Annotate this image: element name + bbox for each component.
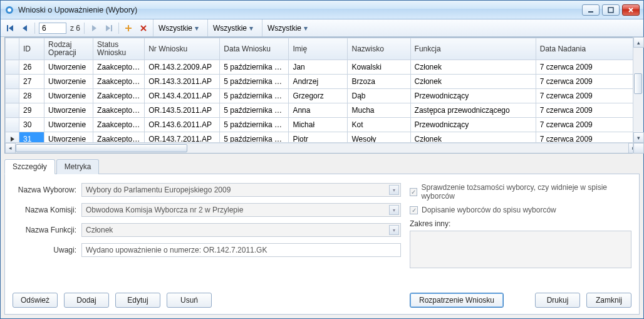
table-cell[interactable]: Utworzenie — [44, 103, 93, 118]
table-cell[interactable]: Kot — [348, 118, 410, 132]
table-cell[interactable]: 26 — [19, 60, 44, 75]
table-cell[interactable] — [6, 118, 19, 132]
table-row[interactable]: 30UtworzenieZaakceptow...OR.143.6.2011.A… — [6, 118, 639, 132]
table-row[interactable]: 26UtworzenieZaakceptow...OR.143.2.2009.A… — [6, 60, 639, 75]
table-cell[interactable]: Przewodniczący — [410, 118, 536, 132]
table-cell[interactable]: 5 października 2011 — [220, 60, 289, 75]
usun-button[interactable]: Usuń — [167, 293, 212, 308]
data-grid[interactable]: ID Rodzaj Operacji Status Wniosku Nr Wni… — [4, 37, 640, 154]
col-funkcja[interactable]: Funkcja — [410, 38, 536, 60]
table-cell[interactable]: Brzoza — [348, 75, 410, 89]
filter-1-dropdown[interactable]: Wszystkie ▾ — [153, 19, 204, 36]
table-cell[interactable]: Członek — [410, 60, 536, 75]
table-cell[interactable]: 7 czerwca 2009 — [536, 89, 638, 103]
table-cell[interactable]: 7 czerwca 2009 — [536, 132, 638, 142]
tab-szczegoly[interactable]: Szczegóły — [4, 159, 55, 174]
table-cell[interactable]: 7 czerwca 2009 — [536, 118, 638, 132]
scroll-down-icon[interactable]: ▾ — [633, 132, 644, 143]
dodaj-button[interactable]: Dodaj — [64, 293, 109, 308]
table-cell[interactable]: OR.143.7.2011.AP — [145, 132, 220, 142]
drukuj-button[interactable]: Drukuj — [535, 293, 580, 308]
col-status[interactable]: Status Wniosku — [93, 38, 145, 60]
table-cell[interactable]: 5 października 2011 — [220, 103, 289, 118]
table-row[interactable]: 27UtworzenieZaakceptow...OR.143.3.2011.A… — [6, 75, 639, 89]
table-cell[interactable]: Anna — [289, 103, 348, 118]
table-cell[interactable]: Dąb — [348, 89, 410, 103]
nav-next-icon[interactable] — [88, 23, 100, 34]
table-cell[interactable]: 5 października 2011 — [220, 89, 289, 103]
table-cell[interactable]: 5 października 2011 — [220, 118, 289, 132]
col-id[interactable]: ID — [19, 38, 44, 60]
table-cell[interactable]: Zaakceptow... — [93, 132, 145, 142]
record-index-input[interactable] — [39, 23, 66, 34]
table-cell[interactable]: OR.143.3.2011.AP — [145, 75, 220, 89]
table-row[interactable]: 29UtworzenieZaakceptow...OR.143.5.2011.A… — [6, 103, 639, 118]
nav-last-icon[interactable] — [103, 23, 115, 34]
filter-2-dropdown[interactable]: Wszystkie ▾ — [207, 19, 258, 36]
table-cell[interactable]: OR.143.5.2011.AP — [145, 103, 220, 118]
edytuj-button[interactable]: Edytuj — [115, 293, 160, 308]
table-cell[interactable]: Andrzej — [289, 75, 348, 89]
table-cell[interactable]: 5 października 2011 — [220, 132, 289, 142]
delete-record-icon[interactable] — [138, 23, 149, 34]
table-cell[interactable]: Jan — [289, 60, 348, 75]
table-row[interactable]: 28UtworzenieZaakceptow...OR.143.4.2011.A… — [6, 89, 639, 103]
input-uwagi[interactable]: Wydano upoważnienie o numerze: OR.142.7.… — [81, 243, 401, 257]
table-cell[interactable] — [6, 132, 19, 142]
add-record-icon[interactable] — [123, 23, 134, 34]
table-cell[interactable]: 7 czerwca 2009 — [536, 60, 638, 75]
table-cell[interactable]: Utworzenie — [44, 132, 93, 142]
col-data-nadania[interactable]: Data Nadania — [536, 38, 638, 60]
table-cell[interactable]: Utworzenie — [44, 89, 93, 103]
col-rodzaj[interactable]: Rodzaj Operacji — [44, 38, 93, 60]
table-cell[interactable]: 31 — [19, 132, 44, 142]
table-cell[interactable] — [6, 60, 19, 75]
table-cell[interactable]: Mucha — [348, 103, 410, 118]
close-button[interactable] — [622, 4, 640, 16]
table-cell[interactable]: Kowalski — [348, 60, 410, 75]
table-cell[interactable]: Członek — [410, 75, 536, 89]
table-cell[interactable]: Zaakceptow... — [93, 89, 145, 103]
col-imie[interactable]: Imię — [289, 38, 348, 60]
zamknij-button[interactable]: Zamknij — [586, 293, 631, 308]
table-cell[interactable] — [6, 103, 19, 118]
table-cell[interactable]: Zaakceptow... — [93, 75, 145, 89]
table-cell[interactable] — [6, 89, 19, 103]
table-cell[interactable]: OR.143.2.2009.AP — [145, 60, 220, 75]
table-cell[interactable]: Utworzenie — [44, 60, 93, 75]
table-cell[interactable]: Grzegorz — [289, 89, 348, 103]
col-nazwisko[interactable]: Nazwisko — [348, 38, 410, 60]
scrollbar-thumb[interactable] — [16, 144, 187, 152]
table-cell[interactable]: OR.143.6.2011.AP — [145, 118, 220, 132]
table-cell[interactable]: Zaakceptow... — [93, 118, 145, 132]
maximize-button[interactable] — [602, 4, 620, 16]
nav-prev-icon[interactable] — [19, 23, 31, 34]
vertical-scrollbar[interactable]: ▴ ▾ — [633, 37, 643, 154]
col-nr[interactable]: Nr Wniosku — [145, 38, 220, 60]
table-cell[interactable]: 7 czerwca 2009 — [536, 103, 638, 118]
scroll-left-icon[interactable]: ◂ — [5, 143, 16, 154]
table-cell[interactable]: 27 — [19, 75, 44, 89]
table-cell[interactable]: Zaakceptow... — [93, 103, 145, 118]
table-cell[interactable]: Utworzenie — [44, 75, 93, 89]
table-cell[interactable]: Utworzenie — [44, 118, 93, 132]
table-cell[interactable]: Zaakceptow... — [93, 60, 145, 75]
grid-horizontal-scrollbar[interactable]: ◂ ▸ — [5, 142, 639, 153]
table-cell[interactable]: Piotr — [289, 132, 348, 142]
table-cell[interactable]: Michał — [289, 118, 348, 132]
filter-3-dropdown[interactable]: Wszystkie ▾ — [262, 19, 313, 36]
odswiez-button[interactable]: Odśwież — [13, 293, 58, 308]
col-data[interactable]: Data Wniosku — [220, 38, 289, 60]
table-cell[interactable]: Członek — [410, 132, 536, 142]
table-cell[interactable]: 5 października 2011 — [220, 75, 289, 89]
table-row[interactable]: 31UtworzenieZaakceptow...OR.143.7.2011.A… — [6, 132, 639, 142]
table-cell[interactable]: Wesoły — [348, 132, 410, 142]
table-cell[interactable]: 29 — [19, 103, 44, 118]
table-cell[interactable]: Zastępca przewodniczącego — [410, 103, 536, 118]
table-cell[interactable] — [6, 75, 19, 89]
nav-first-icon[interactable] — [4, 23, 16, 34]
scroll-up-icon[interactable]: ▴ — [633, 37, 644, 48]
scrollbar-thumb[interactable] — [634, 73, 642, 95]
rozpatrzenie-wniosku-button[interactable]: Rozpatrzenie Wniosku — [410, 293, 504, 308]
table-cell[interactable]: OR.143.4.2011.AP — [145, 89, 220, 103]
